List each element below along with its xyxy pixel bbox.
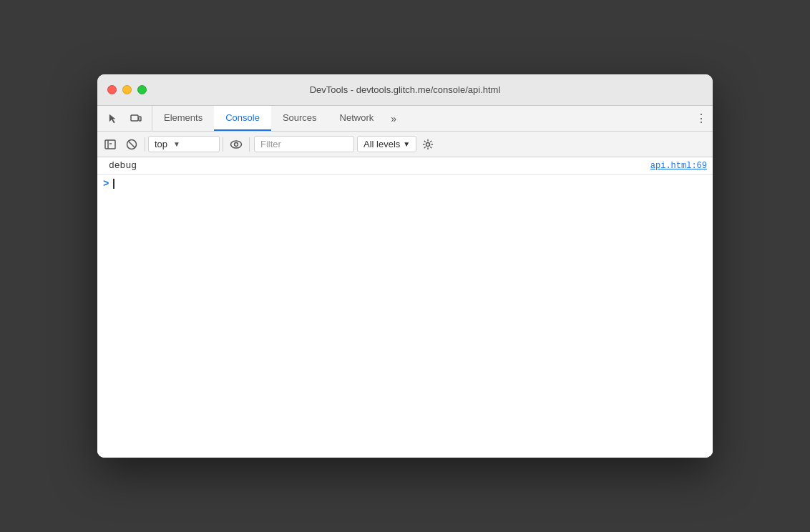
levels-dropdown-icon: ▼ [403, 140, 410, 148]
toolbar-divider-3 [249, 137, 250, 152]
inspect-element-button[interactable] [103, 109, 123, 129]
sidebar-toggle-button[interactable] [100, 134, 120, 154]
maximize-button[interactable] [137, 85, 147, 94]
tab-bar: Elements Console Sources Network » ⋮ [97, 106, 713, 132]
eye-icon [230, 139, 243, 149]
svg-rect-0 [131, 115, 138, 121]
clear-icon [126, 139, 137, 150]
more-tabs-button[interactable]: » [385, 106, 402, 131]
device-toolbar-button[interactable] [126, 109, 146, 129]
live-expression-button[interactable] [226, 134, 246, 154]
svg-point-9 [426, 142, 430, 146]
filter-input[interactable]: Filter [254, 136, 354, 152]
tab-sources[interactable]: Sources [271, 106, 328, 131]
devtools-window: DevTools - devtools.glitch.me/console/ap… [97, 74, 713, 458]
close-button[interactable] [107, 85, 117, 94]
console-cursor [113, 179, 114, 189]
traffic-lights [107, 85, 147, 94]
devtools-panel: Elements Console Sources Network » ⋮ [97, 106, 713, 458]
device-icon [130, 113, 142, 124]
toolbar-divider-2 [223, 137, 223, 152]
console-log-text: debug [109, 160, 650, 171]
svg-rect-2 [105, 140, 115, 149]
svg-point-8 [235, 142, 238, 146]
clear-console-button[interactable] [122, 134, 142, 154]
tab-icons-group [97, 106, 152, 131]
title-bar: DevTools - devtools.glitch.me/console/ap… [97, 74, 713, 106]
window-title: DevTools - devtools.glitch.me/console/ap… [310, 84, 501, 95]
console-toolbar: top ▼ Filter All levels ▼ [97, 132, 713, 157]
toolbar-divider-1 [145, 137, 145, 152]
console-log-source-link[interactable]: api.html:69 [650, 161, 707, 171]
console-settings-button[interactable] [418, 134, 438, 154]
context-dropdown-icon: ▼ [173, 140, 180, 148]
console-log-entry: debug api.html:69 [97, 157, 713, 174]
cursor-icon [107, 113, 119, 124]
tab-network[interactable]: Network [328, 106, 386, 131]
tab-console[interactable]: Console [214, 106, 271, 131]
context-selector[interactable]: top ▼ [148, 136, 220, 152]
sidebar-icon [104, 139, 116, 150]
console-input-row[interactable]: > [97, 174, 713, 192]
console-prompt-icon: > [103, 178, 109, 189]
log-levels-button[interactable]: All levels ▼ [357, 136, 416, 152]
svg-line-6 [129, 141, 135, 147]
minimize-button[interactable] [122, 85, 132, 94]
gear-icon [422, 139, 434, 150]
svg-rect-1 [139, 117, 141, 121]
tab-elements[interactable]: Elements [152, 106, 214, 131]
console-content: debug api.html:69 > [97, 157, 713, 458]
tabs-list: Elements Console Sources Network » [152, 106, 690, 131]
devtools-menu-button[interactable]: ⋮ [690, 106, 713, 131]
svg-point-7 [231, 141, 242, 148]
